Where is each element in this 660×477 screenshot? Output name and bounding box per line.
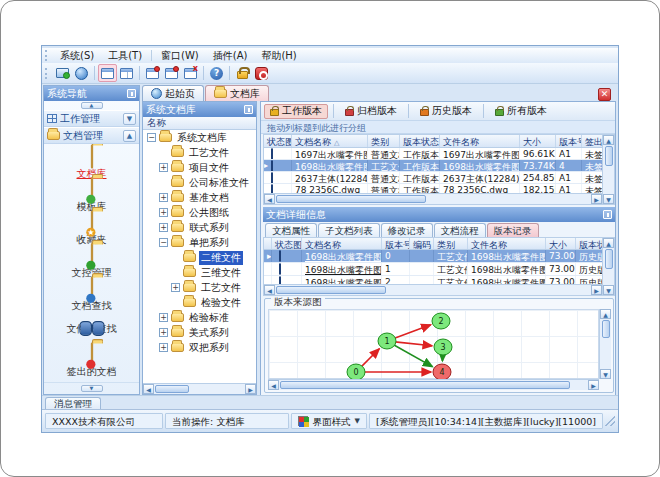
tree-horizontal-scrollbar[interactable]: ◀ ▶ — [143, 383, 256, 394]
document-name-link[interactable]: 1697出水嘴零件图.dwg — [292, 148, 368, 159]
tree-node[interactable]: +美式系列 — [143, 325, 256, 340]
column-header[interactable]: 版本状态 — [576, 238, 602, 249]
menu-item-plugin[interactable]: 插件(A) — [206, 48, 255, 64]
scroll-thumb[interactable] — [155, 385, 189, 393]
table-row[interactable]: ▸1698出水嘴零件图.dwg工艺文件工作版本1698出水嘴零件图.dwg73.… — [264, 160, 602, 172]
drag-handle[interactable] — [45, 68, 50, 79]
detail-tab-doc-properties[interactable]: 文档属性 — [265, 223, 317, 237]
graph-horizontal-scrollbar[interactable]: ◀ ▶ — [268, 379, 599, 390]
version-node-2[interactable]: 2 — [432, 313, 450, 329]
drag-handle[interactable] — [45, 50, 50, 61]
toolbar-button-exit-icon[interactable] — [252, 64, 271, 82]
column-header[interactable]: 文档名称 — [302, 238, 382, 249]
history-version-button[interactable]: 历史版本 — [414, 104, 478, 119]
toolbar-button-lock-icon[interactable] — [233, 64, 252, 82]
tree-node[interactable]: −三维文件 — [143, 265, 256, 280]
column-header[interactable]: 编码 — [410, 238, 434, 249]
table-horizontal-scrollbar[interactable]: ◀▶ — [264, 284, 602, 295]
version-node-1[interactable]: 1 — [378, 333, 396, 349]
scroll-up-icon[interactable]: ▲ — [603, 135, 614, 145]
pin-icon[interactable] — [244, 105, 253, 114]
menu-item-window[interactable]: 窗口(W) — [154, 48, 206, 64]
scroll-down-icon[interactable]: ▼ — [603, 194, 614, 204]
table-row[interactable]: 1697出水嘴零件图.dwg普通文档工作版本1697出水嘴零件图.dwg96.6… — [264, 148, 602, 160]
expand-icon[interactable]: + — [159, 208, 168, 217]
table-row[interactable]: 1698出水嘴零件图.dwg2工艺文件1698出水嘴零件图.dwg73.00KB… — [264, 276, 602, 284]
tree-column-header[interactable]: 名称 — [143, 117, 256, 130]
version-node-3[interactable]: 3 — [434, 339, 452, 355]
column-header[interactable]: 版本状态 — [400, 135, 440, 147]
expand-icon[interactable]: + — [159, 163, 168, 172]
graph-vertical-scrollbar[interactable]: ▲ ▼ — [599, 309, 611, 379]
scroll-thumb[interactable] — [280, 381, 570, 389]
nav-group-document-management[interactable]: 文档管理▲ — [44, 127, 139, 144]
detail-tab-modify-records[interactable]: 修改记录 — [381, 223, 433, 237]
menu-item-help[interactable]: 帮助(H) — [254, 48, 303, 64]
column-header[interactable]: 文件名称 — [468, 238, 546, 249]
column-header[interactable]: 版本号 — [382, 238, 410, 249]
collapse-icon[interactable]: − — [147, 133, 156, 142]
scroll-left-icon[interactable]: ◀ — [264, 285, 275, 295]
pin-icon[interactable] — [127, 89, 136, 98]
tree-node[interactable]: −公司标准文件 — [143, 175, 256, 190]
collapse-icon[interactable]: − — [159, 238, 168, 247]
expand-icon[interactable]: + — [159, 223, 168, 232]
document-name-link[interactable]: 2637主体(12284).dwg — [292, 172, 368, 183]
collapse-up-button[interactable]: ▲ — [81, 102, 103, 109]
table-row[interactable]: 1698出水嘴零件图.dwg1工艺文件1698出水嘴零件图.dwg73.00KB… — [264, 263, 602, 276]
document-name-link[interactable]: 78 2356C.dwg — [292, 184, 368, 193]
toolbar-button-window-close-icon[interactable]: x — [181, 64, 200, 82]
column-header[interactable]: 状态图 — [264, 135, 292, 147]
interface-style-dropdown[interactable]: 界面样式 ▼ — [291, 413, 366, 429]
table-row[interactable]: 78 2356C.dwg普通文档工作版本78 2356C.dwg182.15KB… — [264, 184, 602, 193]
detail-tab-version-records[interactable]: 版本记录 — [487, 223, 539, 237]
column-header[interactable]: 文件名称 — [440, 135, 520, 147]
close-document-button[interactable]: ✕ — [598, 88, 611, 101]
tree-node[interactable]: −检验文件 — [143, 295, 256, 310]
column-header[interactable]: 签出状态 — [582, 135, 602, 147]
tree-node[interactable]: +基准文档 — [143, 190, 256, 205]
toolbar-button-help-icon[interactable]: ? — [207, 64, 226, 82]
toolbar-button-window-alert-icon[interactable] — [143, 64, 162, 82]
scroll-thumb[interactable] — [276, 286, 386, 294]
tree-node[interactable]: +工艺文件 — [143, 280, 256, 295]
tree-node[interactable]: +双把系列 — [143, 340, 256, 355]
toolbar-button-window-icon[interactable] — [98, 64, 117, 82]
all-versions-button[interactable]: 所有版本 — [489, 104, 553, 119]
scroll-right-icon[interactable]: ▶ — [591, 194, 602, 204]
column-header[interactable]: 文档名称△ — [292, 135, 368, 147]
scroll-left-icon[interactable]: ◀ — [143, 384, 154, 394]
pin-icon[interactable] — [603, 210, 612, 219]
expand-icon[interactable]: + — [159, 193, 168, 202]
work-version-button[interactable]: 工作版本 — [264, 104, 328, 119]
toolbar-button-globe-icon[interactable] — [72, 64, 91, 82]
column-header[interactable]: 大小 — [546, 238, 576, 249]
tree-node[interactable]: −工艺文件 — [143, 145, 256, 160]
tab-start-page[interactable]: 起始页 — [142, 85, 204, 101]
version-node-4[interactable]: 4 — [433, 364, 451, 380]
column-header[interactable]: 大小 — [520, 135, 556, 147]
scroll-right-icon[interactable]: ▶ — [588, 380, 599, 390]
tree-node[interactable]: −单把系列 — [143, 235, 256, 250]
table-row[interactable]: ▸1698出水嘴零件图.dwg0工艺文件1698出水嘴零件图.dwg73.00K… — [264, 250, 602, 263]
tree-node[interactable]: +项目文件 — [143, 160, 256, 175]
column-header[interactable]: 类别 — [368, 135, 400, 147]
document-name-link[interactable]: 1698出水嘴零件图.dwg — [292, 160, 368, 171]
scroll-down-icon[interactable]: ▼ — [600, 369, 611, 379]
document-name-link[interactable]: 1698出水嘴零件图.dwg — [302, 250, 382, 262]
table-vertical-scrollbar[interactable]: ▲▼ — [602, 238, 614, 295]
table-vertical-scrollbar[interactable]: ▲▼ — [602, 135, 614, 204]
detail-tab-subdoc-list[interactable]: 子文档列表 — [318, 223, 380, 237]
table-row[interactable]: 2637主体(12284).dwg普通文档工作版本2637主体(12284).d… — [264, 172, 602, 184]
scroll-thumb[interactable] — [602, 320, 610, 338]
table-horizontal-scrollbar[interactable]: ◀▶ — [264, 193, 602, 204]
scroll-right-icon[interactable]: ▶ — [245, 384, 256, 394]
menu-item-tools[interactable]: 工具(T) — [101, 48, 149, 64]
detail-tab-doc-flow[interactable]: 文档流程 — [434, 223, 486, 237]
document-name-link[interactable]: 1698出水嘴零件图.dwg — [302, 276, 382, 284]
column-header[interactable]: 状态图 — [272, 238, 302, 249]
archive-version-button[interactable]: 归档版本 — [339, 104, 403, 119]
chevron-down-icon[interactable]: ▼ — [123, 113, 136, 125]
more-items-button[interactable]: ▼ — [81, 385, 103, 392]
menu-item-system[interactable]: 系统(S) — [53, 48, 101, 64]
